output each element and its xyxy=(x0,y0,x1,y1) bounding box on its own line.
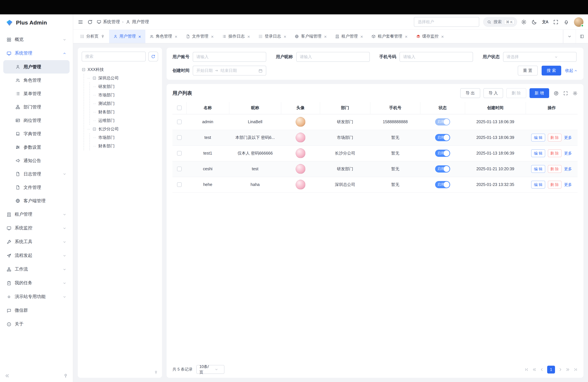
sidebar-item-workflow[interactable]: 工作流 xyxy=(3,262,70,276)
edit-button[interactable]: 编 辑 xyxy=(531,134,545,142)
tab-client-mgmt[interactable]: 客户端管理× xyxy=(291,30,331,43)
sidebar-item-wechat-group[interactable]: 微信群 xyxy=(3,304,70,317)
menu-toggle-icon[interactable] xyxy=(78,19,83,25)
date-range-input[interactable]: 开始日期 结束日期 xyxy=(193,66,266,75)
sidebar-collapse-button[interactable] xyxy=(5,373,10,378)
tab-user-mgmt[interactable]: 用户管理× xyxy=(109,30,145,43)
edit-button[interactable]: 编 辑 xyxy=(531,181,545,189)
add-button[interactable]: 新 增 xyxy=(529,88,549,98)
table-fullscreen-icon[interactable] xyxy=(563,91,568,96)
fullscreen-icon[interactable] xyxy=(553,19,559,25)
edit-button[interactable]: 编 辑 xyxy=(531,165,545,173)
tab-close-icon[interactable]: × xyxy=(138,34,141,39)
sidebar-item-client-mgmt[interactable]: 客户端管理 xyxy=(3,194,70,208)
status-toggle[interactable]: 启用 xyxy=(435,118,450,126)
delete-row-button[interactable]: 删 除 xyxy=(548,181,561,189)
sidebar-item-sys-tools[interactable]: 系统工具 xyxy=(3,235,70,249)
tab-close-icon[interactable]: × xyxy=(324,34,327,39)
more-link[interactable]: 更多 xyxy=(564,182,572,187)
tree-node[interactable]: XXX科技 xyxy=(82,65,158,74)
tenant-select[interactable]: 选择租户 xyxy=(414,17,479,27)
tabs-dropdown-icon[interactable] xyxy=(563,30,576,43)
delete-button[interactable]: 删 除 xyxy=(506,88,526,98)
sidebar-item-tenant-mgmt[interactable]: 租户管理 xyxy=(3,208,70,221)
dark-mode-moon-icon[interactable] xyxy=(532,19,537,25)
row-checkbox[interactable] xyxy=(177,135,182,140)
tab-close-icon[interactable]: × xyxy=(405,34,407,39)
pagination-prev[interactable] xyxy=(540,367,544,372)
tab-login-log[interactable]: 登录日志× xyxy=(254,30,291,43)
edit-button[interactable]: 编 辑 xyxy=(531,149,545,157)
pagination-jump-forward[interactable] xyxy=(566,367,570,372)
sidebar-item-sys-monitor[interactable]: 系统监控 xyxy=(3,221,70,235)
notifications-bell-icon[interactable] xyxy=(564,19,569,25)
delete-row-button[interactable]: 删 除 xyxy=(548,149,561,157)
row-checkbox[interactable] xyxy=(177,167,182,171)
delete-row-button[interactable]: 删 除 xyxy=(548,165,561,173)
sidebar-item-menu-mgmt[interactable]: 菜单管理 xyxy=(3,87,70,100)
sidebar-item-system-mgmt[interactable]: 系统管理 xyxy=(3,46,70,60)
tab-close-icon[interactable]: × xyxy=(175,34,177,39)
more-link[interactable]: 更多 xyxy=(564,167,572,171)
status-toggle[interactable]: 启用 xyxy=(435,150,450,157)
tab-close-icon[interactable]: × xyxy=(284,34,286,39)
page-size-select[interactable]: 10条/页 xyxy=(196,365,225,374)
tree-search-input[interactable] xyxy=(82,52,146,62)
tree-refresh-button[interactable] xyxy=(148,52,158,62)
status-toggle[interactable]: 启用 xyxy=(435,181,450,188)
pagination-next[interactable] xyxy=(558,367,563,372)
breadcrumb-system-mgmt[interactable]: 系统管理 xyxy=(97,19,120,25)
sidebar-item-param-settings[interactable]: 参数设置 xyxy=(3,141,70,154)
tab-file-mgmt[interactable]: 文件管理× xyxy=(182,30,218,43)
tree-node[interactable]: 市场部门 xyxy=(93,133,158,142)
sidebar-item-demo-features[interactable]: 演示站专用功能 xyxy=(3,290,70,304)
tree-node[interactable]: 研发部门 xyxy=(93,82,158,91)
tree-node[interactable]: 运维部门 xyxy=(93,116,158,125)
tab-role-mgmt[interactable]: 角色管理× xyxy=(145,30,181,43)
sidebar-item-file-mgmt[interactable]: 文件管理 xyxy=(3,181,70,194)
tab-tenant-mgmt[interactable]: 租户管理× xyxy=(331,30,367,43)
account-input[interactable] xyxy=(196,55,263,59)
tab-close-icon[interactable]: × xyxy=(441,34,444,39)
sidebar-item-dict-mgmt[interactable]: 字典管理 xyxy=(3,127,70,141)
tab-close-icon[interactable]: × xyxy=(211,34,214,39)
sidebar-item-dept-mgmt[interactable]: 部门管理 xyxy=(3,100,70,114)
tab-cache-monitor[interactable]: 缓存监控× xyxy=(412,30,448,43)
status-toggle[interactable]: 启用 xyxy=(435,165,450,172)
delete-row-button[interactable]: 删 除 xyxy=(548,134,561,142)
refresh-page-icon[interactable] xyxy=(87,19,93,25)
sidebar-item-post-mgmt[interactable]: 岗位管理 xyxy=(3,114,70,127)
tree-pin-button[interactable] xyxy=(154,370,158,375)
sidebar-item-log-mgmt[interactable]: 日志管理 xyxy=(3,167,70,181)
tab-op-log[interactable]: 操作日志× xyxy=(218,30,254,43)
pagination-page-1[interactable]: 1 xyxy=(547,365,555,373)
import-button[interactable]: 导 入 xyxy=(483,88,503,98)
reset-button[interactable]: 重 置 xyxy=(518,66,538,75)
export-button[interactable]: 导 出 xyxy=(460,88,480,98)
row-checkbox[interactable] xyxy=(177,120,182,124)
tabs-layout-icon[interactable] xyxy=(576,30,588,43)
more-link[interactable]: 更多 xyxy=(564,135,572,140)
pagination-jump-back[interactable] xyxy=(532,367,537,372)
tree-node[interactable]: 财务部门 xyxy=(93,142,158,150)
sidebar-item-role-mgmt[interactable]: 角色管理 xyxy=(3,74,70,87)
table-settings-gear-icon[interactable] xyxy=(573,91,578,96)
sidebar-pin-button[interactable] xyxy=(63,373,68,378)
sidebar-item-overview[interactable]: 概览 xyxy=(3,33,70,46)
tree-node[interactable]: 深圳总公司 xyxy=(87,74,158,82)
tree-node[interactable]: 市场部门 xyxy=(93,91,158,99)
row-checkbox[interactable] xyxy=(177,182,182,187)
row-checkbox[interactable] xyxy=(177,151,182,156)
sidebar-item-about[interactable]: 关于 xyxy=(3,317,70,331)
sidebar-item-my-tasks[interactable]: 我的任务 xyxy=(3,276,70,290)
table-refresh-icon[interactable] xyxy=(554,91,559,96)
sidebar-item-flow-start[interactable]: 流程发起 xyxy=(3,249,70,262)
language-switch-icon[interactable]: 文A xyxy=(542,19,548,25)
sidebar-item-user-mgmt[interactable]: 用户管理 xyxy=(3,60,70,74)
user-avatar[interactable] xyxy=(574,17,583,27)
nickname-input[interactable] xyxy=(300,55,366,59)
tree-node[interactable]: 财务部门 xyxy=(93,108,158,116)
more-link[interactable]: 更多 xyxy=(564,151,572,155)
settings-gear-icon[interactable] xyxy=(521,19,527,25)
select-all-checkbox[interactable] xyxy=(177,106,182,110)
